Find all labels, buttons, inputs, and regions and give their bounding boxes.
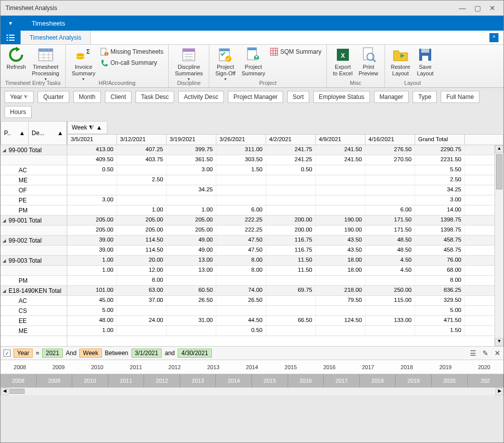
cell[interactable]: 8.00 xyxy=(216,266,266,275)
filter-clear-icon[interactable]: ✕ xyxy=(494,349,500,357)
filter-project-manager[interactable]: Project Manager xyxy=(228,91,283,103)
ribbon-collapse-button[interactable]: ^ xyxy=(489,33,498,42)
cell[interactable] xyxy=(365,185,415,195)
cell[interactable]: 48.50 xyxy=(365,246,415,255)
row-field-p[interactable]: P..▲ xyxy=(1,121,29,145)
cell[interactable] xyxy=(316,165,365,175)
cell[interactable]: 114.50 xyxy=(117,246,167,255)
cell[interactable] xyxy=(266,205,316,215)
cell[interactable] xyxy=(365,276,415,285)
close-button[interactable]: ✕ xyxy=(485,4,499,12)
cell[interactable] xyxy=(167,175,216,185)
cell[interactable]: 26.50 xyxy=(167,296,216,305)
timeline-year[interactable]: 2020 xyxy=(465,364,503,370)
filter-value-date2[interactable]: 4/30/2021 xyxy=(178,349,211,358)
ribbon-list-button[interactable] xyxy=(1,31,21,44)
cell[interactable]: 403.75 xyxy=(117,155,167,165)
row-header[interactable]: OF xyxy=(1,185,67,195)
cell[interactable]: 18.00 xyxy=(316,256,365,265)
refresh-button[interactable]: Refresh xyxy=(4,46,29,71)
invoice-summary-button[interactable]: Σ Invoice Summary▾ xyxy=(69,46,98,83)
cell[interactable] xyxy=(216,175,266,185)
cell[interactable]: 13.00 xyxy=(167,266,216,275)
scroll-thumb[interactable] xyxy=(496,154,502,189)
timeline-year[interactable]: 2013 xyxy=(194,364,232,370)
cell[interactable]: 205.00 xyxy=(67,226,117,235)
cell[interactable] xyxy=(316,306,365,315)
filter-sort[interactable]: Sort xyxy=(287,91,309,103)
timeline-year[interactable]: 2016 xyxy=(310,364,349,370)
cell[interactable] xyxy=(167,195,216,205)
save-layout-button[interactable]: Save Layout xyxy=(413,46,437,78)
cell[interactable] xyxy=(266,326,316,336)
cell[interactable]: 124.50 xyxy=(316,316,365,325)
print-preview-button[interactable]: Print Preview xyxy=(355,46,381,78)
row-header[interactable]: AC xyxy=(1,296,67,306)
project-summary-button[interactable]: Project Summary xyxy=(238,46,268,78)
timeline-year-sel[interactable]: 2009 xyxy=(37,374,73,387)
cell[interactable]: 11.50 xyxy=(266,256,316,265)
cell[interactable] xyxy=(365,165,415,175)
filter-type[interactable]: Type xyxy=(413,91,437,103)
cell[interactable]: 44.50 xyxy=(216,316,266,325)
project-signoff-button[interactable]: ✓ Project Sign-Off▾ xyxy=(212,46,238,83)
cell[interactable]: 49.00 xyxy=(167,236,216,245)
row-header[interactable]: EE xyxy=(1,316,67,326)
cell[interactable]: 2.50 xyxy=(117,175,167,185)
cell[interactable]: 190.00 xyxy=(316,215,365,225)
cell[interactable]: 3.00 xyxy=(415,195,465,205)
timeline-year[interactable]: 2015 xyxy=(272,364,310,370)
cell[interactable] xyxy=(316,276,365,285)
sqm-summary-button[interactable]: SQM Summary xyxy=(268,47,323,57)
cell[interactable]: 409.50 xyxy=(67,155,117,165)
timeline-year-sel[interactable]: 2019 xyxy=(396,374,432,387)
cell[interactable]: 133.00 xyxy=(365,316,415,325)
timeline-year-sel[interactable]: 2018 xyxy=(360,374,396,387)
col-header[interactable]: 4/16/2021 xyxy=(365,134,415,145)
row-header[interactable] xyxy=(1,246,67,256)
cell[interactable]: 471.50 xyxy=(415,316,465,325)
cell[interactable]: 47.50 xyxy=(216,246,266,255)
ribbon-dropdown[interactable]: ▾ xyxy=(1,16,21,31)
timeline-bottom[interactable]: 2008200920102011201220132014201520162017… xyxy=(1,374,503,387)
cell[interactable] xyxy=(316,195,365,205)
cell[interactable] xyxy=(266,195,316,205)
cell[interactable]: 5.00 xyxy=(67,306,117,315)
timeline-year[interactable]: 2019 xyxy=(426,364,465,370)
cell[interactable] xyxy=(365,326,415,336)
row-header[interactable] xyxy=(1,155,67,165)
cell[interactable]: 458.75 xyxy=(415,246,465,255)
cell[interactable]: 6.00 xyxy=(365,205,415,215)
cell[interactable]: 190.00 xyxy=(316,226,365,235)
cell[interactable] xyxy=(316,185,365,195)
timeline-year[interactable]: 2008 xyxy=(1,364,39,370)
timeline-year-sel[interactable]: 2020 xyxy=(432,374,468,387)
timeline-year[interactable]: 2011 xyxy=(116,364,155,370)
row-header[interactable]: AC xyxy=(1,165,67,175)
cell[interactable]: 1.00 xyxy=(167,205,216,215)
discipline-summaries-button[interactable]: Discpline Summaries▾ xyxy=(172,46,206,83)
ribbon-subtab-analysis[interactable]: Timesheet Analysis xyxy=(21,31,91,44)
cell[interactable]: 2.50 xyxy=(415,175,465,185)
cell[interactable]: 34.25 xyxy=(415,185,465,195)
minimize-button[interactable]: — xyxy=(455,4,469,12)
cell[interactable]: 69.75 xyxy=(266,286,316,295)
timeline-year-sel[interactable]: 2012 xyxy=(144,374,180,387)
filter-manager[interactable]: Manager xyxy=(374,91,409,103)
cell[interactable] xyxy=(117,185,167,195)
cell[interactable]: 1398.75 xyxy=(415,215,465,225)
cell[interactable] xyxy=(365,175,415,185)
cell[interactable]: 60.50 xyxy=(167,286,216,295)
cell[interactable] xyxy=(365,306,415,315)
cell[interactable]: 241.50 xyxy=(316,155,365,165)
cell[interactable]: 1.00 xyxy=(67,256,117,265)
timeline-year-sel[interactable]: 2010 xyxy=(72,374,108,387)
timesheet-processing-button[interactable]: Timesheet Processing▾ xyxy=(29,46,62,83)
col-header[interactable]: 4/9/2021 xyxy=(316,134,365,145)
row-header[interactable]: ME xyxy=(1,175,67,185)
filter-value-year[interactable]: 2021 xyxy=(42,349,63,358)
row-header[interactable]: PM xyxy=(1,205,67,215)
cell[interactable] xyxy=(67,205,117,215)
filter-field-year[interactable]: Year xyxy=(14,349,33,358)
filter-employee-status[interactable]: Employee Status xyxy=(313,91,370,103)
